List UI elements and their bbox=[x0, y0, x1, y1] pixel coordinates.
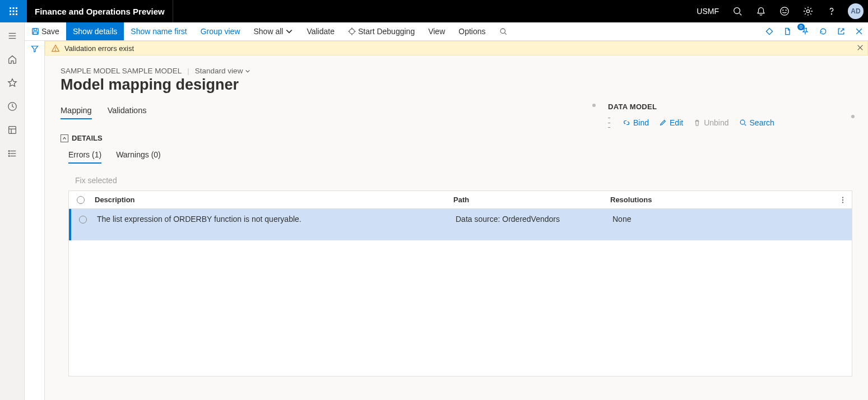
debug-icon bbox=[348, 27, 356, 35]
tab-warnings[interactable]: Warnings (0) bbox=[116, 150, 161, 164]
tab-errors[interactable]: Errors (1) bbox=[68, 150, 101, 164]
help-button[interactable] bbox=[820, 0, 843, 22]
data-model-heading: DATA MODEL bbox=[608, 103, 855, 111]
tab-validations[interactable]: Validations bbox=[108, 106, 147, 119]
tool-close-button[interactable] bbox=[850, 22, 868, 40]
company-code[interactable]: USMF bbox=[690, 0, 726, 22]
app-launcher-button[interactable] bbox=[0, 0, 27, 22]
bind-button[interactable]: Bind bbox=[623, 118, 649, 127]
action-bar: Save Show details Show name first Group … bbox=[25, 22, 868, 41]
svg-point-37 bbox=[500, 29, 505, 33]
show-name-first-button[interactable]: Show name first bbox=[124, 22, 193, 40]
tool-refresh-button[interactable] bbox=[814, 22, 832, 40]
validation-warning-banner: Validation errors exist bbox=[45, 41, 868, 55]
svg-point-49 bbox=[842, 197, 843, 198]
edit-button[interactable]: Edit bbox=[659, 118, 683, 127]
svg-point-32 bbox=[350, 29, 355, 34]
notifications-button[interactable] bbox=[749, 0, 773, 22]
row-path: Data source: OrderedVendors bbox=[453, 215, 610, 224]
collapse-icon bbox=[61, 134, 68, 142]
svg-rect-5 bbox=[16, 11, 17, 12]
view-menu[interactable]: View bbox=[421, 22, 452, 40]
tool-diamond-button[interactable] bbox=[760, 22, 778, 40]
svg-point-14 bbox=[806, 10, 809, 12]
clock-icon bbox=[7, 101, 17, 111]
svg-point-50 bbox=[842, 199, 843, 200]
nav-workspaces-button[interactable] bbox=[4, 122, 20, 138]
unbind-button: Unbind bbox=[693, 118, 728, 127]
tab-mapping[interactable]: Mapping bbox=[61, 106, 92, 119]
trash-icon bbox=[693, 119, 701, 127]
start-debugging-button[interactable]: Start Debugging bbox=[341, 22, 421, 40]
row-selector[interactable] bbox=[71, 215, 95, 224]
search-icon bbox=[732, 6, 742, 16]
question-icon bbox=[827, 6, 837, 16]
show-all-button[interactable]: Show all bbox=[247, 22, 300, 40]
svg-rect-8 bbox=[16, 13, 17, 15]
show-details-button[interactable]: Show details bbox=[66, 22, 124, 40]
filter-pane-toggle[interactable] bbox=[25, 41, 45, 55]
view-selector[interactable]: Standard view bbox=[195, 67, 251, 75]
smile-icon bbox=[779, 6, 790, 16]
drag-handle-icon[interactable] bbox=[608, 118, 610, 128]
svg-point-9 bbox=[734, 8, 740, 14]
popout-icon bbox=[837, 27, 846, 36]
page-title: Model mapping designer bbox=[61, 76, 855, 94]
svg-rect-1 bbox=[13, 7, 15, 9]
errors-grid: Description Path Resolutions The list ex… bbox=[68, 190, 852, 376]
diamond-icon bbox=[765, 27, 774, 36]
bind-icon bbox=[623, 119, 630, 127]
save-icon bbox=[31, 27, 39, 35]
warning-icon bbox=[51, 44, 60, 53]
warning-close-button[interactable] bbox=[856, 44, 864, 53]
search-icon bbox=[739, 119, 747, 127]
col-path[interactable]: Path bbox=[451, 196, 608, 204]
star-icon bbox=[7, 78, 17, 88]
svg-line-40 bbox=[841, 29, 844, 32]
pencil-icon bbox=[659, 119, 667, 127]
grid-row[interactable]: The list expression of ORDERBY function … bbox=[69, 209, 852, 240]
user-avatar[interactable]: AD bbox=[848, 3, 864, 19]
breadcrumb: SAMPLE MODEL SAMPLE MODEL | Standard vie… bbox=[61, 67, 855, 75]
select-all[interactable] bbox=[69, 196, 92, 204]
gear-icon bbox=[803, 6, 813, 16]
nav-home-button[interactable] bbox=[4, 52, 20, 67]
svg-point-47 bbox=[740, 120, 745, 124]
nav-recent-button[interactable] bbox=[4, 99, 20, 114]
close-icon bbox=[856, 44, 864, 52]
details-section-header[interactable]: DETAILS bbox=[61, 134, 855, 142]
chevron-down-icon bbox=[285, 27, 293, 35]
app-title: Finance and Operations Preview bbox=[27, 7, 173, 16]
grid-header: Description Path Resolutions bbox=[69, 191, 852, 209]
settings-button[interactable] bbox=[796, 0, 820, 22]
svg-rect-30 bbox=[34, 29, 36, 31]
pin-badge: 0 bbox=[797, 24, 805, 30]
tool-pin-button[interactable]: 0 bbox=[796, 22, 814, 40]
breadcrumb-model: SAMPLE MODEL SAMPLE MODEL bbox=[61, 67, 182, 75]
grid-more-button[interactable] bbox=[834, 196, 852, 204]
tool-page-button[interactable] bbox=[778, 22, 796, 40]
tool-popout-button[interactable] bbox=[832, 22, 850, 40]
svg-point-26 bbox=[8, 151, 10, 152]
svg-rect-20 bbox=[8, 127, 16, 134]
nav-hamburger-button[interactable] bbox=[4, 28, 20, 44]
search-button[interactable] bbox=[726, 0, 749, 22]
nav-modules-button[interactable] bbox=[4, 146, 20, 161]
row-resolutions: None bbox=[610, 215, 834, 224]
search-button[interactable]: Search bbox=[739, 118, 774, 127]
svg-point-15 bbox=[831, 13, 832, 14]
svg-rect-0 bbox=[10, 7, 11, 9]
actionbar-search-button[interactable] bbox=[493, 22, 514, 40]
nav-favorites-button[interactable] bbox=[4, 75, 20, 91]
workspace-icon bbox=[7, 125, 17, 135]
nav-rail bbox=[0, 22, 25, 400]
svg-point-13 bbox=[786, 10, 786, 11]
col-description[interactable]: Description bbox=[92, 196, 451, 204]
save-button[interactable]: Save bbox=[25, 22, 66, 40]
feedback-button[interactable] bbox=[773, 0, 796, 22]
options-menu[interactable]: Options bbox=[452, 22, 492, 40]
col-resolutions[interactable]: Resolutions bbox=[608, 196, 834, 204]
validate-button[interactable]: Validate bbox=[300, 22, 341, 40]
row-description: The list expression of ORDERBY function … bbox=[95, 215, 453, 224]
group-view-button[interactable]: Group view bbox=[194, 22, 247, 40]
